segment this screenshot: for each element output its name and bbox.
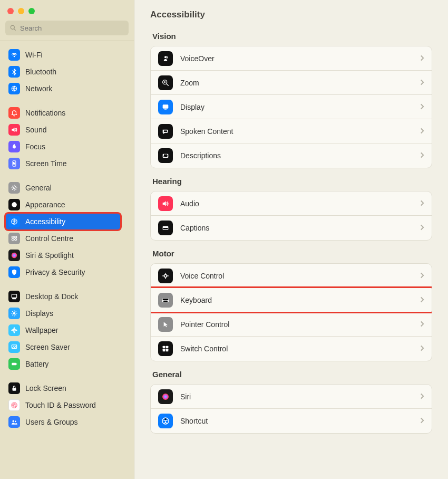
sidebar-item-displays[interactable]: Displays bbox=[5, 305, 121, 322]
search-field[interactable] bbox=[5, 21, 129, 35]
sidebar-item-battery[interactable]: Battery bbox=[5, 356, 121, 372]
sidebar-item-users[interactable]: Users & Groups bbox=[5, 414, 121, 430]
search-wrap bbox=[0, 21, 134, 41]
sidebar-item-appearance[interactable]: Appearance bbox=[5, 196, 121, 213]
row-label: Switch Control bbox=[180, 344, 420, 353]
general-icon bbox=[8, 182, 20, 194]
minimize-button[interactable] bbox=[18, 8, 24, 14]
row-pointer[interactable]: Pointer Control bbox=[151, 312, 432, 337]
chevron-right-icon bbox=[420, 78, 424, 88]
sidebar-item-network[interactable]: Network bbox=[5, 80, 121, 97]
svg-rect-56 bbox=[166, 346, 169, 349]
row-spoken[interactable]: Spoken Content bbox=[151, 119, 432, 143]
row-voicecontrol[interactable]: Voice Control bbox=[151, 264, 432, 288]
pointer-icon bbox=[158, 317, 173, 332]
row-descriptions[interactable]: ADDescriptions bbox=[151, 143, 432, 168]
focus-icon bbox=[8, 141, 20, 152]
sidebar-item-label: Battery bbox=[25, 360, 48, 368]
sidebar-item-sound[interactable]: Sound bbox=[5, 121, 121, 138]
row-captions[interactable]: Captions bbox=[151, 216, 432, 240]
svg-point-7 bbox=[13, 187, 15, 189]
sidebar-item-siri[interactable]: Siri & Spotlight bbox=[5, 247, 121, 264]
row-label: Pointer Control bbox=[180, 320, 420, 329]
sidebar-item-focus[interactable]: Focus bbox=[5, 138, 121, 155]
appearance-icon bbox=[8, 199, 20, 210]
sidebar-item-label: Wi-Fi bbox=[25, 51, 43, 59]
chevron-right-icon bbox=[420, 102, 424, 112]
row-label: Audio bbox=[180, 199, 420, 208]
sidebar-item-controlcentre[interactable]: Control Centre bbox=[5, 230, 121, 247]
desktop-icon bbox=[8, 291, 20, 302]
sound-icon bbox=[8, 124, 20, 136]
row-keyboard[interactable]: Keyboard bbox=[151, 288, 432, 312]
section-title-vision: Vision bbox=[152, 32, 432, 41]
row-audio[interactable]: Audio bbox=[151, 191, 432, 216]
svg-rect-52 bbox=[166, 299, 167, 300]
sidebar-item-screensaver[interactable]: Screen Saver bbox=[5, 339, 121, 356]
sidebar-item-screentime[interactable]: Screen Time bbox=[5, 155, 121, 172]
sidebar-item-general[interactable]: General bbox=[5, 179, 121, 196]
svg-point-10 bbox=[14, 219, 15, 221]
svg-rect-14 bbox=[15, 239, 17, 241]
row-display[interactable]: Display bbox=[151, 95, 432, 119]
svg-point-29 bbox=[13, 420, 15, 423]
sidebar-item-privacy[interactable]: Privacy & Security bbox=[5, 264, 121, 281]
row-label: Captions bbox=[180, 224, 420, 232]
row-switch[interactable]: Switch Control bbox=[151, 337, 432, 361]
panel-hearing: AudioCaptions bbox=[150, 191, 432, 241]
controlcentre-icon bbox=[8, 233, 20, 244]
sidebar-scroll[interactable]: Wi-FiBluetoothNetworkNotificationsSoundF… bbox=[0, 41, 134, 479]
close-button[interactable] bbox=[7, 8, 14, 14]
users-icon bbox=[8, 416, 20, 428]
sidebar-item-notifications[interactable]: Notifications bbox=[5, 104, 121, 121]
svg-point-39 bbox=[165, 131, 165, 131]
svg-text:AD: AD bbox=[164, 155, 168, 157]
svg-rect-45 bbox=[165, 228, 168, 229]
svg-rect-13 bbox=[12, 239, 14, 241]
row-siri-a11y[interactable]: Siri bbox=[151, 385, 432, 409]
svg-rect-11 bbox=[12, 236, 14, 238]
row-shortcut[interactable]: Shortcut bbox=[151, 409, 432, 433]
svg-point-0 bbox=[11, 25, 14, 29]
sidebar-item-label: Appearance bbox=[25, 200, 65, 209]
row-label: Spoken Content bbox=[180, 127, 420, 136]
svg-rect-6 bbox=[14, 163, 15, 164]
chevron-right-icon bbox=[420, 320, 424, 329]
row-voiceover[interactable]: VoiceOver bbox=[151, 46, 432, 71]
sidebar-item-label: Screen Time bbox=[25, 159, 67, 168]
svg-rect-53 bbox=[167, 299, 168, 300]
svg-rect-49 bbox=[163, 299, 163, 300]
screentime-icon bbox=[8, 158, 20, 169]
sidebar-item-label: Notifications bbox=[25, 109, 65, 117]
main-content[interactable]: Accessibility VisionVoiceOverZoomDisplay… bbox=[134, 0, 448, 479]
maximize-button[interactable] bbox=[28, 8, 35, 14]
panel-motor: Voice ControlKeyboardPointer ControlSwit… bbox=[150, 263, 432, 361]
sidebar-item-wifi[interactable]: Wi-Fi bbox=[5, 46, 121, 63]
chevron-right-icon bbox=[420, 416, 424, 426]
row-zoom[interactable]: Zoom bbox=[151, 71, 432, 95]
svg-point-20 bbox=[13, 312, 16, 315]
sidebar-item-touchid[interactable]: Touch ID & Password bbox=[5, 397, 121, 414]
sidebar-item-label: Users & Groups bbox=[25, 418, 78, 426]
sidebar-item-label: Control Centre bbox=[25, 234, 73, 243]
sidebar-item-accessibility[interactable]: Accessibility bbox=[5, 213, 121, 230]
keyboard-icon bbox=[158, 293, 173, 308]
svg-point-27 bbox=[13, 404, 16, 407]
sidebar-item-bluetooth[interactable]: Bluetooth bbox=[5, 63, 121, 80]
svg-rect-24 bbox=[16, 363, 17, 365]
sidebar-item-lockscreen[interactable]: Lock Screen bbox=[5, 380, 121, 397]
search-input[interactable] bbox=[20, 24, 124, 32]
svg-point-28 bbox=[13, 404, 15, 406]
section-title-general: General bbox=[152, 370, 432, 379]
sidebar-item-label: Screen Saver bbox=[25, 343, 70, 351]
svg-point-2 bbox=[14, 56, 14, 56]
audio-icon bbox=[158, 196, 173, 211]
window-controls bbox=[0, 0, 134, 21]
section-title-motor: Motor bbox=[152, 249, 432, 258]
chevron-right-icon bbox=[420, 151, 424, 160]
sidebar-item-desktop[interactable]: Desktop & Dock bbox=[5, 288, 121, 305]
svg-point-38 bbox=[164, 131, 164, 131]
display-icon bbox=[158, 100, 173, 114]
svg-rect-25 bbox=[13, 388, 16, 390]
sidebar-item-wallpaper[interactable]: Wallpaper bbox=[5, 322, 121, 339]
